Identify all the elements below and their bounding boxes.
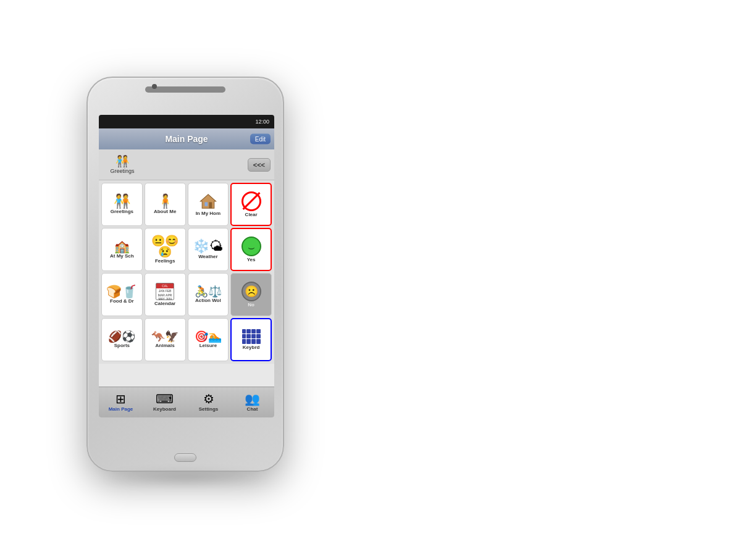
app-header: Main Page Edit bbox=[99, 128, 274, 149]
grid-cell-sports[interactable]: 🏈⚽ Sports bbox=[101, 318, 143, 361]
grid-cell-action[interactable]: 🚴⚖️ Action Wol bbox=[188, 273, 229, 316]
grid-cell-weather[interactable]: ❄️🌤 Weather bbox=[188, 228, 229, 271]
grid-cell-food[interactable]: 🍞🥤 Food & Dr bbox=[101, 273, 143, 316]
grid-cell-clear[interactable]: Clear bbox=[230, 183, 272, 226]
svg-rect-2 bbox=[209, 202, 212, 208]
phone-speaker-bar bbox=[145, 86, 225, 93]
greetings-icon-area: 🧑‍🤝‍🧑 Greetings bbox=[104, 156, 141, 174]
mainpage-nav-icon: ⊞ bbox=[116, 393, 126, 405]
grid-cell-yes[interactable]: Yes bbox=[230, 228, 272, 271]
settings-nav-icon: ⚙ bbox=[203, 393, 214, 405]
feelings-cell-label: Feelings bbox=[154, 259, 176, 264]
status-time: 12:00 bbox=[255, 119, 269, 125]
mainpage-nav-label: Main Page bbox=[109, 406, 133, 412]
no-cell-label: No bbox=[246, 303, 256, 308]
clear-cell-label: Clear bbox=[244, 212, 259, 218]
keyboard-cell-label: Keybrd bbox=[242, 345, 261, 351]
phone-screen: 12:00 Main Page Edit 🧑‍🤝‍🧑 Greetings <<< bbox=[99, 115, 274, 417]
keyboard-nav-label: Keyboard bbox=[153, 406, 176, 412]
weather-cell-label: Weather bbox=[197, 254, 219, 260]
calendar-cell-label: Calendar bbox=[153, 301, 177, 307]
aboutme-cell-icon: 🧍 bbox=[157, 195, 174, 208]
yes-cell-label: Yes bbox=[246, 258, 257, 263]
home-button[interactable] bbox=[174, 453, 196, 462]
animals-cell-label: Animals bbox=[154, 343, 176, 349]
svg-marker-0 bbox=[200, 194, 216, 207]
feelings-icon: 😐😊😢 bbox=[145, 235, 185, 258]
grid-cell-inmyhome[interactable]: In My Hom bbox=[188, 183, 229, 226]
school-icon: 🏫 bbox=[114, 240, 130, 253]
sports-cell-label: Sports bbox=[113, 343, 131, 349]
nav-settings[interactable]: ⚙ Settings bbox=[190, 393, 227, 412]
back-button[interactable]: <<< bbox=[248, 158, 271, 172]
nav-keyboard[interactable]: ⌨ Keyboard bbox=[146, 393, 183, 412]
school-cell-label: At My Sch bbox=[109, 254, 135, 259]
aboutme-cell-label: About Me bbox=[153, 209, 177, 215]
greetings-cell-icon: 🧑‍🤝‍🧑 bbox=[114, 195, 130, 208]
leisure-icon: 🎯🏊 bbox=[195, 331, 222, 342]
grid-cell-animals[interactable]: 🦘🦅 Animals bbox=[145, 318, 186, 361]
phone-device: SAMSUNG 12:00 Main Page Edit 🧑‍🤝‍🧑 Greet… bbox=[86, 77, 284, 472]
sports-icon: 🏈⚽ bbox=[108, 331, 135, 342]
house-icon bbox=[200, 193, 217, 210]
nav-chat[interactable]: 👥 Chat bbox=[234, 393, 271, 412]
grid-cell-no[interactable]: ☹️ No bbox=[230, 273, 272, 316]
calendar-icon: CAL JAN FEBMAR APRMAY JUN bbox=[156, 283, 174, 300]
chat-nav-icon: 👥 bbox=[245, 393, 260, 405]
chat-nav-label: Chat bbox=[247, 406, 258, 412]
grid-cell-feelings[interactable]: 😐😊😢 Feelings bbox=[145, 228, 186, 271]
symbol-grid: 🧑‍🤝‍🧑 Greetings 🧍 About Me In My Hom bbox=[99, 180, 274, 364]
action-icon: 🚴⚖️ bbox=[195, 286, 222, 297]
app-title: Main Page bbox=[165, 134, 208, 144]
greetings-icon: 🧑‍🤝‍🧑 bbox=[116, 156, 129, 167]
greetings-cell-label: Greetings bbox=[109, 209, 135, 215]
grid-cell-calendar[interactable]: CAL JAN FEBMAR APRMAY JUN Calendar bbox=[145, 273, 186, 316]
phone-body: SAMSUNG 12:00 Main Page Edit 🧑‍🤝‍🧑 Greet… bbox=[86, 77, 284, 472]
edit-button[interactable]: Edit bbox=[250, 134, 271, 144]
nav-mainpage[interactable]: ⊞ Main Page bbox=[103, 393, 140, 412]
yes-icon bbox=[242, 237, 261, 256]
phone-shadow bbox=[99, 472, 272, 484]
food-icon: 🍞🥤 bbox=[106, 285, 137, 298]
grid-cell-aboutme[interactable]: 🧍 About Me bbox=[145, 183, 186, 226]
settings-nav-label: Settings bbox=[199, 406, 219, 412]
weather-icon: ❄️🌤 bbox=[193, 240, 223, 253]
inmyhome-cell-label: In My Hom bbox=[195, 211, 222, 217]
leisure-cell-label: Leisure bbox=[198, 343, 218, 349]
no-icon: ☹️ bbox=[242, 282, 261, 301]
keyboard-nav-icon: ⌨ bbox=[156, 393, 174, 405]
grid-cell-greetings[interactable]: 🧑‍🤝‍🧑 Greetings bbox=[101, 183, 143, 226]
status-bar: 12:00 bbox=[99, 115, 274, 128]
svg-rect-1 bbox=[204, 202, 208, 206]
grid-cell-keyboard[interactable]: Keybrd bbox=[230, 318, 272, 361]
food-cell-label: Food & Dr bbox=[109, 299, 135, 304]
keyboard-icon bbox=[242, 329, 261, 344]
action-cell-label: Action Wol bbox=[194, 298, 222, 304]
grid-cell-school[interactable]: 🏫 At My Sch bbox=[101, 228, 143, 271]
greetings-label: Greetings bbox=[110, 168, 134, 174]
bottom-navigation: ⊞ Main Page ⌨ Keyboard ⚙ Settings 👥 Chat bbox=[99, 387, 274, 417]
greetings-banner[interactable]: 🧑‍🤝‍🧑 Greetings <<< bbox=[99, 149, 274, 180]
grid-cell-leisure[interactable]: 🎯🏊 Leisure bbox=[188, 318, 229, 361]
clear-icon bbox=[242, 191, 261, 211]
phone-camera bbox=[152, 84, 157, 89]
animals-icon: 🦘🦅 bbox=[151, 331, 178, 342]
